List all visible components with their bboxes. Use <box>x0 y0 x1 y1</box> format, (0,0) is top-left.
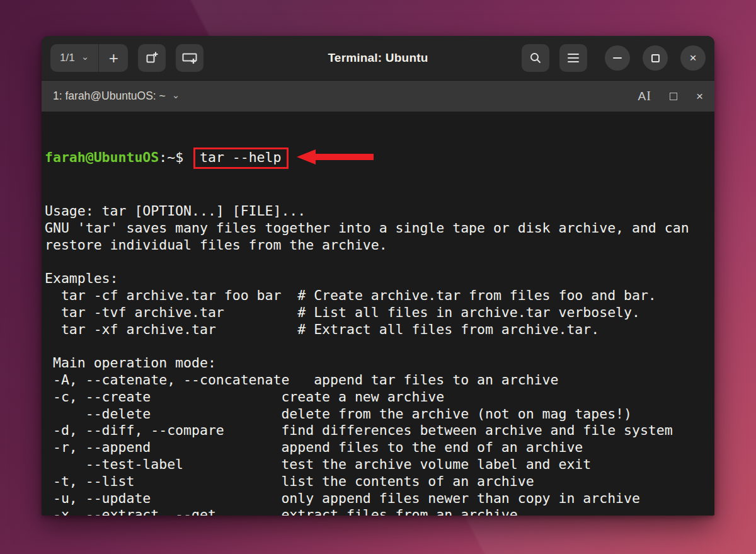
font-letter-icon: A <box>638 89 646 103</box>
terminal-output: Usage: tar [OPTION...] [FILE]... GNU 'ta… <box>45 203 714 516</box>
tab-switcher: 1/1 ⌄ + <box>50 44 128 72</box>
prompt-line: farah@UbuntuOS:~$ tar --help <box>45 147 714 170</box>
window-title: Terminal: Ubuntu <box>328 51 428 65</box>
maximize-button[interactable] <box>643 45 668 71</box>
prompt-symbol: $ <box>175 149 192 165</box>
search-button[interactable] <box>522 44 549 72</box>
hamburger-menu-icon <box>568 54 579 62</box>
window-controls: × <box>605 45 706 71</box>
minimize-icon <box>613 57 622 59</box>
maximize-icon <box>651 54 660 62</box>
command-highlight-box: tar --help <box>193 147 289 170</box>
prompt-separator: : <box>159 149 167 165</box>
tab-counter-label: 1/1 <box>60 52 75 64</box>
new-window-icon <box>145 51 159 65</box>
titlebar: 1/1 ⌄ + Terminal: Ubuntu <box>42 36 714 80</box>
prompt-path: ~ <box>167 149 175 165</box>
new-tab-button[interactable]: + <box>99 44 128 72</box>
tab-counter-dropdown[interactable]: 1/1 ⌄ <box>50 44 98 72</box>
terminal-window: 1/1 ⌄ + Terminal: Ubuntu <box>42 36 714 516</box>
titlebar-right-cluster: × <box>522 44 706 72</box>
split-pane-button[interactable] <box>176 44 203 72</box>
close-pane-icon[interactable]: × <box>696 89 703 103</box>
split-pane-icon <box>181 51 198 65</box>
close-icon: × <box>689 52 696 64</box>
tab-title-chevron-icon[interactable]: ⌄ <box>172 89 180 101</box>
prompt-user: farah@UbuntuOS <box>45 149 159 165</box>
new-window-button[interactable] <box>138 44 166 72</box>
search-icon <box>529 52 542 64</box>
command-text: tar --help <box>200 149 281 165</box>
maximize-pane-icon[interactable] <box>670 93 677 100</box>
plus-icon: + <box>109 49 118 68</box>
minimize-button[interactable] <box>605 45 630 71</box>
tabbar: 1: farah@UbuntuOS: ~ ⌄ A I × <box>42 80 714 112</box>
annotation-arrow-icon <box>297 149 374 164</box>
menu-button[interactable] <box>559 44 587 72</box>
text-cursor-icon: I <box>646 89 651 103</box>
tabbar-right-icons: A I × <box>638 89 703 103</box>
chevron-down-icon: ⌄ <box>81 51 89 62</box>
terminal-screen[interactable]: farah@UbuntuOS:~$ tar --help Usage: tar … <box>42 112 714 516</box>
close-button[interactable]: × <box>680 45 706 71</box>
active-tab-title[interactable]: 1: farah@UbuntuOS: ~ <box>53 89 166 103</box>
font-size-button[interactable]: A I <box>638 89 651 103</box>
